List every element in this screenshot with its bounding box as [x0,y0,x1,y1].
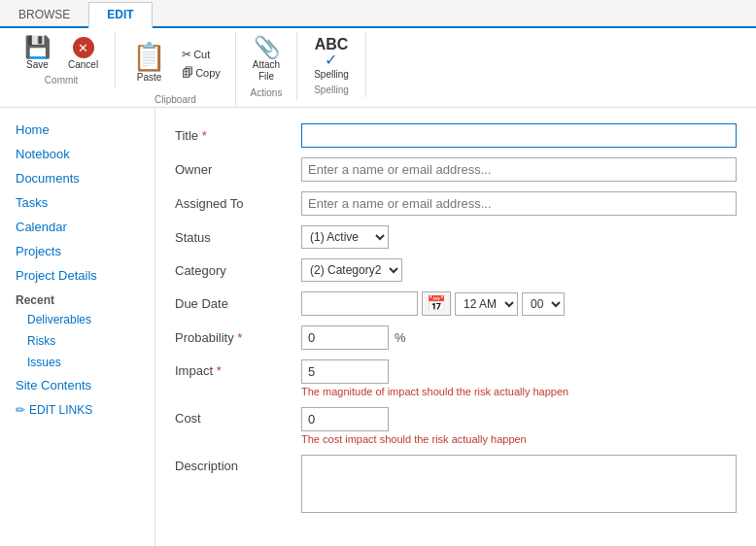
cancel-label: Cancel [68,59,98,70]
impact-row: Impact * The magnitude of impact should … [175,359,737,397]
spelling-check: ✓ [325,52,337,68]
probability-row: Probability * % [175,325,737,350]
sidebar-item-projects[interactable]: Projects [0,239,155,263]
owner-row: Owner [175,157,737,182]
time-minute-select[interactable]: 00 15 30 45 [522,292,565,316]
sidebar-item-calendar[interactable]: Calendar [0,215,155,239]
description-label: Description [175,455,301,473]
impact-hint: The magnitude of impact should the risk … [301,386,737,397]
paste-icon: 📋 [132,44,166,71]
category-control: (1) Category1 (2) Category2 (3) Category… [301,258,737,282]
actions-group-label: Actions [251,87,283,100]
owner-label: Owner [175,162,301,177]
percent-symbol: % [395,330,406,345]
category-select[interactable]: (1) Category1 (2) Category2 (3) Category… [301,258,402,282]
sidebar-item-tasks[interactable]: Tasks [0,190,155,215]
cut-icon: ✂ [182,49,191,60]
paste-label: Paste [137,72,162,83]
cost-row: Cost The cost impact should the risk act… [175,407,737,445]
status-label: Status [175,230,301,245]
paste-button[interactable]: 📋 Paste [125,34,173,92]
tab-browse[interactable]: BROWSE [0,2,88,28]
probability-control: % [301,325,737,350]
assigned-to-label: Assigned To [175,196,301,211]
attach-label: AttachFile [253,59,280,83]
clipboard-group-label: Clipboard [155,94,196,107]
time-hour-select[interactable]: 12 AM 1 AM [455,292,518,316]
status-select[interactable]: (1) Active (2) Inactive [301,225,389,249]
assigned-to-row: Assigned To [175,191,737,216]
probability-input[interactable] [301,325,389,350]
due-date-label: Due Date [175,296,301,311]
spelling-button[interactable]: ABC ✓ Spelling [307,34,356,83]
calendar-icon[interactable]: 📅 [422,291,451,316]
sidebar: Home Notebook Documents Tasks Calendar P… [0,108,155,546]
save-button[interactable]: 💾 Save [17,34,57,73]
cut-label: Cut [193,49,210,60]
category-label: Category [175,263,301,278]
copy-label: Copy [195,67,221,79]
main-form: Title * Owner Assigned To Status [155,108,756,546]
tab-edit[interactable]: EDIT [88,2,152,28]
copy-icon: 🗐 [182,67,193,79]
title-row: Title * [175,123,737,148]
assigned-to-input[interactable] [301,191,737,216]
sidebar-item-risks[interactable]: Risks [0,330,155,352]
sidebar-item-deliverables[interactable]: Deliverables [0,309,155,330]
sidebar-item-site-contents[interactable]: Site Contents [0,373,155,397]
cost-label: Cost [175,407,301,426]
probability-label: Probability * [175,330,301,345]
owner-input[interactable] [301,157,737,182]
impact-label: Impact * [175,359,301,378]
category-row: Category (1) Category1 (2) Category2 (3)… [175,258,737,282]
copy-button[interactable]: 🗐 Copy [177,64,225,81]
sidebar-item-notebook[interactable]: Notebook [0,142,155,166]
due-date-row: Due Date 📅 12 AM 1 AM 00 15 30 45 [175,291,737,316]
impact-input[interactable] [301,359,389,384]
status-control: (1) Active (2) Inactive [301,225,737,249]
description-input[interactable] [301,455,737,513]
sidebar-item-project-details[interactable]: Project Details [0,263,155,288]
description-control [301,455,737,516]
sidebar-section-recent[interactable]: Recent [0,288,155,309]
spelling-label: Spelling [314,69,349,80]
save-icon: 💾 [24,37,51,58]
owner-control [301,157,737,182]
save-label: Save [26,59,49,70]
attach-file-button[interactable]: 📎 AttachFile [246,34,287,85]
sidebar-item-issues[interactable]: Issues [0,352,155,373]
cost-control: The cost impact should the risk actually… [301,407,737,445]
pencil-icon: ✏ [16,403,25,417]
sidebar-item-documents[interactable]: Documents [0,166,155,190]
commit-group-label: Commit [45,75,78,87]
cancel-icon: ✕ [73,37,94,58]
status-row: Status (1) Active (2) Inactive [175,225,737,249]
title-label: Title * [175,128,301,143]
spelling-group-label: Spelling [314,85,349,97]
cost-hint: The cost impact should the risk actually… [301,433,737,445]
spelling-abc: ABC [315,37,349,52]
impact-control: The magnitude of impact should the risk … [301,359,737,397]
attach-icon: 📎 [254,37,280,58]
edit-links-label: EDIT LINKS [29,403,92,417]
due-date-input[interactable] [301,291,418,316]
cost-input[interactable] [301,407,389,431]
cut-button[interactable]: ✂ Cut [177,46,225,62]
edit-links-button[interactable]: ✏ EDIT LINKS [0,397,155,423]
title-control [301,123,737,148]
title-input[interactable] [301,123,737,148]
sidebar-item-home[interactable]: Home [0,118,155,142]
assigned-to-control [301,191,737,216]
description-row: Description [175,455,737,516]
due-date-control: 📅 12 AM 1 AM 00 15 30 45 [301,291,737,316]
cancel-button[interactable]: ✕ Cancel [61,34,105,73]
